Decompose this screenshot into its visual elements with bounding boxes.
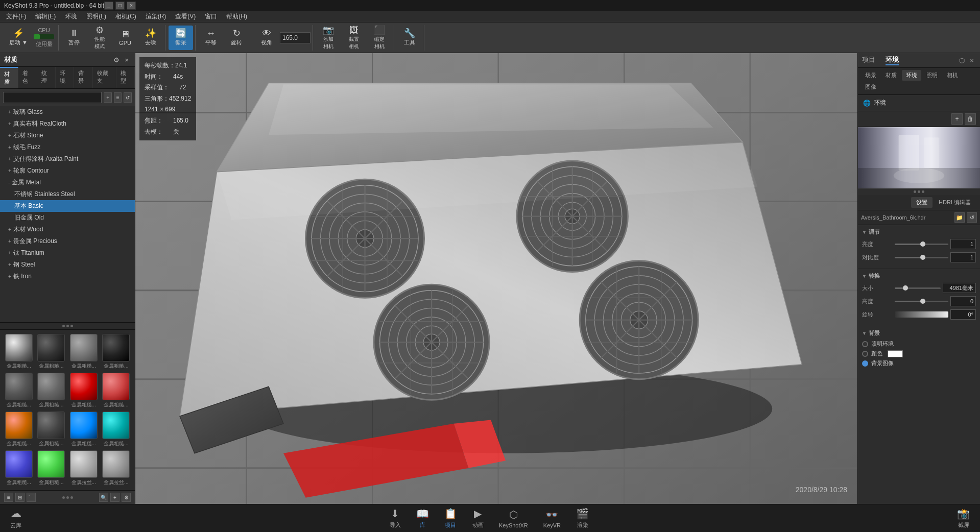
menu-edit[interactable]: 编辑(E) bbox=[31, 11, 60, 22]
mat-item-13[interactable]: 金属粗糙... bbox=[37, 450, 66, 486]
translate-button[interactable]: ↔ 平移 bbox=[199, 26, 223, 50]
resize-button[interactable]: ⬛ 缩定相机 bbox=[367, 26, 392, 50]
menu-light[interactable]: 照明(L) bbox=[82, 11, 110, 22]
right-panel-close-icon[interactable]: × bbox=[968, 56, 976, 64]
bg-image-radio[interactable] bbox=[862, 360, 868, 367]
tab-scene[interactable]: 场景 bbox=[861, 70, 880, 81]
denoise-button[interactable]: ✨ 去噪 bbox=[138, 26, 163, 50]
tree-precious[interactable]: +贵金属 Precious bbox=[0, 235, 135, 247]
mat-item-14[interactable]: 金属拉丝... bbox=[69, 450, 99, 486]
bg-color-radio[interactable] bbox=[862, 351, 868, 357]
tab-materials[interactable]: 材质 bbox=[0, 67, 18, 88]
tools-button[interactable]: 🔧 工具 bbox=[397, 26, 422, 50]
mat-item-11[interactable]: 金属粗糙... bbox=[102, 412, 131, 447]
tree-axalta[interactable]: +艾仕得涂料 Axalta Paint bbox=[0, 153, 135, 165]
minimize-button[interactable]: _ bbox=[104, 2, 113, 10]
tab-material[interactable]: 材质 bbox=[881, 70, 901, 81]
rotation-gradient-bar[interactable] bbox=[895, 311, 948, 318]
menu-window[interactable]: 窗口 bbox=[201, 11, 221, 22]
mat-item-4[interactable]: 金属粗糙... bbox=[4, 373, 34, 408]
settings-tab-settings[interactable]: 设置 bbox=[911, 197, 933, 208]
menu-camera[interactable]: 相机(C) bbox=[111, 11, 140, 22]
bg-lighting-radio[interactable] bbox=[862, 341, 868, 347]
tab-environment[interactable]: 环境 bbox=[902, 70, 921, 81]
tab-camera[interactable]: 相机 bbox=[943, 70, 962, 81]
tree-old[interactable]: 旧金属 Old bbox=[0, 212, 135, 224]
mat-item-0[interactable]: 金属粗糙... bbox=[4, 334, 34, 370]
resume-button[interactable]: 🔄 循采 bbox=[169, 26, 193, 50]
bg-color-swatch[interactable] bbox=[888, 350, 903, 357]
search-add-button[interactable]: + bbox=[104, 92, 112, 103]
mat-item-2[interactable]: 金属粗糙... bbox=[69, 334, 99, 370]
tab-bg[interactable]: 背景 bbox=[74, 67, 92, 88]
window-buttons[interactable]: _ □ × bbox=[104, 2, 136, 10]
right-panel-expand-icon[interactable]: ⬡ bbox=[958, 56, 966, 64]
grid-list-view-button[interactable]: ≡ bbox=[4, 493, 13, 502]
perf-mode-button[interactable]: ⚙ 性能模式 bbox=[87, 26, 112, 50]
env-delete-button[interactable]: 🗑 bbox=[965, 113, 976, 125]
size-value[interactable] bbox=[943, 283, 976, 293]
tree-titanium[interactable]: +钛 Titanium bbox=[0, 247, 135, 259]
taskbar-key-vr[interactable]: 👓 KeyVR bbox=[543, 509, 561, 528]
tree-realcloth[interactable]: +真实布料 RealCloth bbox=[0, 118, 135, 130]
grid-search-button[interactable]: 🔍 bbox=[99, 493, 108, 502]
rotation-value[interactable] bbox=[950, 309, 976, 320]
tree-steel[interactable]: +钢 Steel bbox=[0, 259, 135, 271]
mat-item-3[interactable]: 金属粗糙... bbox=[102, 334, 131, 370]
taskbar-project[interactable]: 📋 项目 bbox=[444, 507, 457, 529]
panel-close-icon[interactable]: × bbox=[123, 56, 131, 64]
tab-image[interactable]: 图像 bbox=[861, 82, 880, 92]
grid-settings-button[interactable]: ⚙ bbox=[122, 493, 131, 502]
menu-file[interactable]: 文件(F) bbox=[2, 11, 30, 22]
search-refresh-button[interactable]: ↺ bbox=[124, 92, 132, 103]
settings-tab-hdri[interactable]: HDRI 编辑器 bbox=[934, 197, 976, 208]
tree-contour[interactable]: +轮廓 Contour bbox=[0, 165, 135, 177]
add-camera-button[interactable]: 📷 添加相机 bbox=[316, 26, 341, 50]
tab-fav[interactable]: 收藏夹 bbox=[93, 67, 116, 88]
brightness-slider[interactable] bbox=[895, 244, 948, 245]
close-button[interactable]: × bbox=[127, 2, 136, 10]
taskbar-render[interactable]: 🎬 渲染 bbox=[576, 507, 589, 529]
panel-settings-icon[interactable]: ⚙ bbox=[112, 56, 121, 64]
contrast-value[interactable] bbox=[950, 252, 976, 262]
hdr-browse-button[interactable]: 📁 bbox=[954, 212, 965, 223]
taskbar-animate[interactable]: ▶ 动画 bbox=[472, 507, 484, 529]
pause-button[interactable]: ⏸ 暂停 bbox=[62, 26, 86, 50]
tree-stone[interactable]: +石材 Stone bbox=[0, 130, 135, 141]
fps-input[interactable] bbox=[280, 32, 310, 43]
mat-item-6[interactable]: 金属粗糙... bbox=[69, 373, 99, 408]
search-input[interactable] bbox=[3, 92, 102, 103]
mat-item-10[interactable]: 金属粗糙... bbox=[69, 412, 99, 447]
height-slider[interactable] bbox=[895, 301, 948, 302]
size-slider[interactable] bbox=[895, 287, 941, 289]
search-filter-button[interactable]: ≡ bbox=[114, 92, 122, 103]
grid-add-button[interactable]: + bbox=[110, 493, 119, 502]
mat-item-5[interactable]: 金属粗糙... bbox=[37, 373, 66, 408]
taskbar-keyshot-xr[interactable]: ⬡ KeyShotXR bbox=[499, 509, 528, 528]
tree-basic[interactable]: 基本 Basic bbox=[0, 200, 135, 212]
view-button[interactable]: 👁 视角 bbox=[254, 26, 279, 50]
tab-env[interactable]: 环境 bbox=[56, 67, 74, 88]
tab-color[interactable]: 着色 bbox=[18, 67, 37, 88]
tree-iron[interactable]: +铁 Iron bbox=[0, 271, 135, 282]
menu-view[interactable]: 查看(V) bbox=[171, 11, 200, 22]
tree-metal[interactable]: -金属 Metal bbox=[0, 177, 135, 188]
tree-expand-dots[interactable] bbox=[2, 325, 133, 327]
tree-fuzz[interactable]: +绒毛 Fuzz bbox=[0, 141, 135, 153]
tab-model[interactable]: 模型 bbox=[116, 67, 135, 88]
rotate-button[interactable]: ↻ 旋转 bbox=[224, 26, 249, 50]
brightness-value[interactable] bbox=[950, 239, 976, 249]
env-add-button[interactable]: + bbox=[951, 113, 963, 125]
grid-large-view-button[interactable]: ⬛ bbox=[27, 493, 36, 502]
mat-item-1[interactable]: 金属粗糙... bbox=[37, 334, 66, 370]
taskbar-cloud[interactable]: ☁ 云库 bbox=[10, 507, 21, 529]
menu-help[interactable]: 帮助(H) bbox=[222, 11, 251, 22]
tab-lighting[interactable]: 照明 bbox=[922, 70, 942, 81]
maximize-button[interactable]: □ bbox=[115, 2, 125, 10]
tree-glass[interactable]: +玻璃 Glass bbox=[0, 106, 135, 118]
mat-item-12[interactable]: 金属粗糙... bbox=[4, 450, 34, 486]
tree-stainless[interactable]: 不锈钢 Stainless Steel bbox=[0, 188, 135, 200]
tab-texture[interactable]: 纹理 bbox=[37, 67, 56, 88]
mat-item-9[interactable]: 金属粗糙... bbox=[37, 412, 66, 447]
contrast-slider[interactable] bbox=[895, 257, 948, 258]
